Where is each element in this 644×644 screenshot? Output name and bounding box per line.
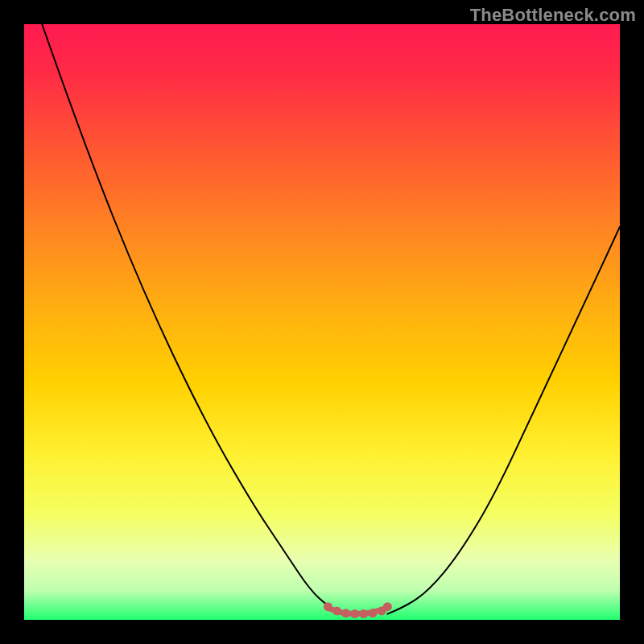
chart-marker [341, 609, 350, 617]
chart-marker [368, 609, 377, 617]
chart-marker [350, 609, 359, 618]
chart-series-right-ascending-curve [387, 227, 620, 614]
chart-marker [324, 602, 332, 611]
chart-series-left-descending-curve [42, 24, 349, 614]
chart-marker [332, 606, 341, 615]
plot-area [24, 24, 620, 620]
chart-frame: TheBottleneck.com [0, 0, 644, 644]
chart-svg [24, 24, 620, 620]
chart-marker [359, 609, 368, 618]
chart-marker [383, 602, 392, 611]
watermark-text: TheBottleneck.com [470, 5, 636, 26]
